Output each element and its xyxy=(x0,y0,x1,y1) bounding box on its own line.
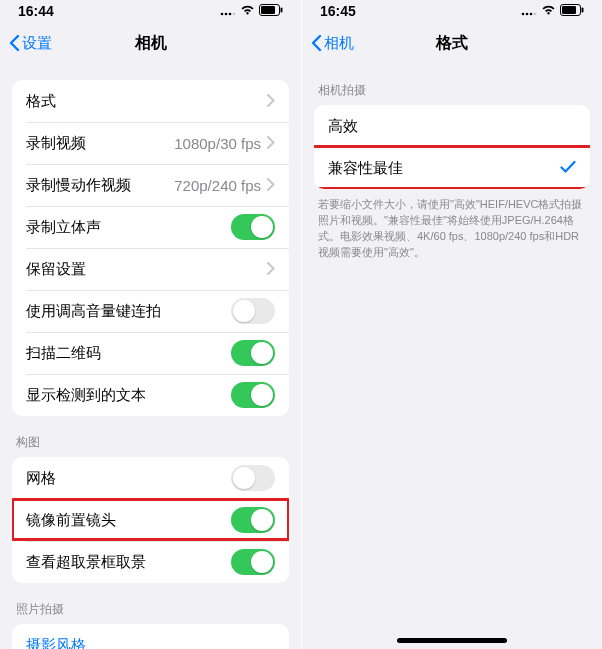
back-button[interactable]: 相机 xyxy=(308,30,356,57)
switch-scan-qr[interactable] xyxy=(231,340,275,366)
screen-format: 16:45 相机 格式 相机拍摄 高效 兼容性最佳 xyxy=(301,0,602,649)
cellular-dots-icon xyxy=(220,3,236,19)
row-label: 兼容性最佳 xyxy=(328,159,403,178)
battery-icon xyxy=(560,3,584,19)
chevron-right-icon xyxy=(267,135,275,152)
row-label: 格式 xyxy=(26,92,56,111)
settings-content: 格式 录制视频 1080p/30 fps 录制慢动作视频 720p/240 fp… xyxy=(0,64,301,649)
row-format[interactable]: 格式 xyxy=(12,80,289,122)
row-high-efficiency[interactable]: 高效 xyxy=(314,105,590,147)
svg-point-9 xyxy=(530,13,533,16)
group-capture: 格式 录制视频 1080p/30 fps 录制慢动作视频 720p/240 fp… xyxy=(12,80,289,416)
status-time: 16:44 xyxy=(18,3,54,19)
row-label: 使用调高音量键连拍 xyxy=(26,302,161,321)
nav-bar: 相机 格式 xyxy=(302,22,602,64)
back-label: 相机 xyxy=(324,34,354,53)
row-record-slomo[interactable]: 录制慢动作视频 720p/240 fps xyxy=(12,164,289,206)
switch-detected-text[interactable] xyxy=(231,382,275,408)
svg-point-1 xyxy=(225,13,228,16)
chevron-left-icon xyxy=(310,34,322,52)
row-label: 扫描二维码 xyxy=(26,344,101,363)
chevron-right-icon xyxy=(267,261,275,278)
row-volume-burst[interactable]: 使用调高音量键连拍 xyxy=(12,290,289,332)
svg-rect-12 xyxy=(562,6,576,14)
group-header-photo: 照片拍摄 xyxy=(16,601,285,618)
svg-point-8 xyxy=(526,13,529,16)
row-label: 高效 xyxy=(328,117,358,136)
svg-point-2 xyxy=(229,13,232,16)
row-detail: 720p/240 fps xyxy=(174,177,261,194)
svg-rect-13 xyxy=(582,8,584,13)
svg-point-0 xyxy=(221,13,224,16)
row-label: 摄影风格 xyxy=(26,636,86,650)
status-bar: 16:45 xyxy=(302,0,602,22)
row-preserve-settings[interactable]: 保留设置 xyxy=(12,248,289,290)
group-header-composition: 构图 xyxy=(16,434,285,451)
row-label: 网格 xyxy=(26,469,56,488)
group-header-capture: 相机拍摄 xyxy=(318,82,586,99)
row-label: 镜像前置镜头 xyxy=(26,511,116,530)
row-label: 显示检测到的文本 xyxy=(26,386,146,405)
row-view-outside-frame[interactable]: 查看超取景框取景 xyxy=(12,541,289,583)
back-label: 设置 xyxy=(22,34,52,53)
switch-stereo[interactable] xyxy=(231,214,275,240)
switch-volume-burst[interactable] xyxy=(231,298,275,324)
group-composition: 网格 镜像前置镜头 查看超取景框取景 xyxy=(12,457,289,583)
chevron-left-icon xyxy=(8,34,20,52)
status-icons xyxy=(521,3,584,19)
svg-point-3 xyxy=(233,13,236,16)
group-photo: 摄影风格 xyxy=(12,624,289,649)
checkmark-icon xyxy=(560,160,576,177)
group-footer-format: 若要缩小文件大小，请使用"高效"HEIF/HEVC格式拍摄照片和视频。"兼容性最… xyxy=(318,197,586,261)
row-record-video[interactable]: 录制视频 1080p/30 fps xyxy=(12,122,289,164)
format-content: 相机拍摄 高效 兼容性最佳 若要缩小文件大小，请使用"高效"HEIF/HEVC格… xyxy=(302,64,602,649)
home-indicator xyxy=(397,638,507,643)
row-photographic-styles[interactable]: 摄影风格 xyxy=(12,624,289,649)
row-detail: 1080p/30 fps xyxy=(174,135,261,152)
row-detected-text[interactable]: 显示检测到的文本 xyxy=(12,374,289,416)
svg-rect-6 xyxy=(281,8,283,13)
svg-rect-5 xyxy=(261,6,275,14)
row-mirror-front[interactable]: 镜像前置镜头 xyxy=(12,499,289,541)
svg-point-7 xyxy=(522,13,525,16)
switch-view-outside-frame[interactable] xyxy=(231,549,275,575)
row-label: 保留设置 xyxy=(26,260,86,279)
status-bar: 16:44 xyxy=(0,0,301,22)
group-format-options: 高效 兼容性最佳 xyxy=(314,105,590,189)
row-label: 录制视频 xyxy=(26,134,86,153)
row-stereo[interactable]: 录制立体声 xyxy=(12,206,289,248)
row-label: 录制立体声 xyxy=(26,218,101,237)
battery-icon xyxy=(259,3,283,19)
cellular-dots-icon xyxy=(521,3,537,19)
switch-grid[interactable] xyxy=(231,465,275,491)
row-label: 查看超取景框取景 xyxy=(26,553,146,572)
chevron-right-icon xyxy=(267,93,275,110)
switch-mirror-front[interactable] xyxy=(231,507,275,533)
row-most-compatible[interactable]: 兼容性最佳 xyxy=(314,147,590,189)
status-icons xyxy=(220,3,283,19)
nav-bar: 设置 相机 xyxy=(0,22,301,64)
row-grid[interactable]: 网格 xyxy=(12,457,289,499)
status-time: 16:45 xyxy=(320,3,356,19)
wifi-icon xyxy=(240,3,255,19)
row-label: 录制慢动作视频 xyxy=(26,176,131,195)
screen-camera-settings: 16:44 设置 相机 格式 录制视频 xyxy=(0,0,301,649)
chevron-right-icon xyxy=(267,177,275,194)
row-scan-qr[interactable]: 扫描二维码 xyxy=(12,332,289,374)
svg-point-10 xyxy=(534,13,537,16)
back-button[interactable]: 设置 xyxy=(6,30,54,57)
wifi-icon xyxy=(541,3,556,19)
